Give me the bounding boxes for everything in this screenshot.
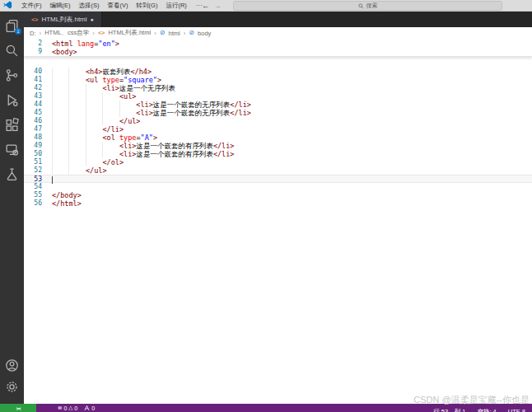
menu-edit[interactable]: 编辑(E) xyxy=(46,0,75,12)
html-file-icon: <> xyxy=(98,30,105,36)
chevron-right-icon: › xyxy=(184,30,186,37)
broadcast-indicator[interactable]: 0 xyxy=(84,405,95,411)
vscode-logo-icon xyxy=(3,1,12,10)
tab-label: HTML列表.html xyxy=(41,15,86,24)
settings-gear-icon[interactable] xyxy=(5,380,19,394)
line-number: 41 xyxy=(24,76,42,84)
explorer-icon[interactable]: 1 xyxy=(5,19,19,33)
line-number: 54 xyxy=(24,183,42,191)
breadcrumb-symbol-body[interactable]: body xyxy=(198,30,211,37)
breadcrumb: D: › HTML、css自学 › <> HTML列表.html › ⊘ htm… xyxy=(24,27,532,39)
code-line[interactable]: 53 xyxy=(24,175,532,183)
sticky-lines: 2<html lang="en">9<body> xyxy=(24,39,532,57)
extensions-icon[interactable] xyxy=(5,118,19,132)
line-number: 51 xyxy=(24,158,42,166)
vscode-window: 文件(F) 编辑(E) 选择(S) 查看(V) 转到(G) 运行(R) ··· … xyxy=(0,0,532,412)
code-line[interactable]: 42 <li>这是一个无序列表 xyxy=(24,84,532,92)
indentation-setting[interactable]: 空格: 4 xyxy=(477,408,496,412)
line-number: 40 xyxy=(24,68,42,76)
code-line[interactable]: 46 </ul> xyxy=(24,117,532,125)
problems-indicator[interactable]: ⊗ 0 △ 0 xyxy=(58,405,77,411)
tab-strip: <> HTML列表.html ● xyxy=(24,12,532,27)
line-number: 53 xyxy=(24,176,42,182)
code-line[interactable]: 50 <li>这是一个嵌套的有序列表</li> xyxy=(24,150,532,158)
menu-goto[interactable]: 转到(G) xyxy=(133,0,162,12)
code-line[interactable]: 40 <h4>嵌套列表</h4> xyxy=(24,68,532,76)
code-line[interactable]: 41 <ul type="square"> xyxy=(24,76,532,84)
menu-select[interactable]: 选择(S) xyxy=(75,0,104,12)
chevron-right-icon: › xyxy=(92,30,95,37)
code-line[interactable]: 49 <li>这是一个嵌套的有序列表</li> xyxy=(24,142,532,150)
remote-explorer-icon[interactable] xyxy=(5,143,19,157)
breadcrumb-file[interactable]: HTML列表.html xyxy=(108,29,151,37)
title-bar: 文件(F) 编辑(E) 选择(S) 查看(V) 转到(G) 运行(R) ··· … xyxy=(0,0,532,12)
line-number: 44 xyxy=(24,101,42,109)
code-line[interactable]: 43 <ul> xyxy=(24,92,532,101)
line-number: 55 xyxy=(24,191,42,199)
search-placeholder: 搜索 xyxy=(366,2,378,10)
menu-run[interactable]: 运行(R) xyxy=(161,0,190,12)
line-number: 50 xyxy=(24,150,42,158)
modified-dot-icon[interactable]: ● xyxy=(91,16,94,22)
breadcrumb-symbol-html[interactable]: html xyxy=(169,30,180,37)
activity-bar: 1 xyxy=(0,12,24,404)
code-line[interactable]: 54 xyxy=(24,183,532,191)
search-sidebar-icon[interactable] xyxy=(5,44,19,58)
command-center-search[interactable]: 搜索 xyxy=(233,1,502,11)
line-number: 49 xyxy=(24,142,42,150)
line-number: 9 xyxy=(24,48,42,56)
line-number: 45 xyxy=(24,109,42,117)
code-line[interactable]: 52 </ul> xyxy=(24,166,532,175)
remote-indicator[interactable]: >< xyxy=(0,404,36,412)
cursor-position[interactable]: 行 53，列 1 xyxy=(433,408,465,412)
explorer-badge: 1 xyxy=(15,28,21,35)
code-line[interactable]: 55</body> xyxy=(24,191,532,199)
encoding-setting[interactable]: UTF-8 xyxy=(508,408,525,412)
code-line[interactable]: 2<html lang="en"> xyxy=(24,40,532,48)
code-line[interactable]: 9<body> xyxy=(24,48,532,56)
error-count: 0 xyxy=(63,405,67,411)
source-control-icon[interactable] xyxy=(5,68,19,82)
line-number: 42 xyxy=(24,84,42,92)
code-line[interactable]: 48 <ol type="A"> xyxy=(24,133,532,142)
custom-extension-icon[interactable] xyxy=(5,167,19,181)
chevron-right-icon: › xyxy=(40,30,42,37)
accounts-icon[interactable] xyxy=(5,358,19,372)
html-file-icon: <> xyxy=(31,16,38,23)
tab-html-list[interactable]: <> HTML列表.html ● xyxy=(24,12,102,27)
code-line[interactable]: 56</html> xyxy=(24,199,532,208)
line-number: 56 xyxy=(24,199,42,208)
breadcrumb-drive[interactable]: D: xyxy=(30,30,36,37)
error-icon: ⊗ xyxy=(58,405,62,411)
line-number: 52 xyxy=(24,166,42,175)
warning-icon: △ xyxy=(68,405,72,411)
search-icon xyxy=(358,3,364,9)
broadcast-tower-icon xyxy=(84,405,90,411)
symbol-icon: ⊘ xyxy=(160,30,166,36)
back-arrow-icon[interactable]: ← xyxy=(202,0,209,12)
broadcast-count: 0 xyxy=(91,405,95,411)
code-line[interactable]: 47 </li> xyxy=(24,125,532,133)
code-lines: 40 <h4>嵌套列表</h4>41 <ul type="square">42 … xyxy=(24,68,532,208)
remote-icon: >< xyxy=(16,405,20,411)
code-line[interactable]: 45 <li>这是一个嵌套的无序列表</li> xyxy=(24,109,532,117)
menu-view[interactable]: 查看(V) xyxy=(104,0,133,12)
chevron-right-icon: › xyxy=(154,30,156,37)
line-number: 48 xyxy=(24,133,42,142)
line-number: 43 xyxy=(24,92,42,101)
line-number: 47 xyxy=(24,125,42,133)
code-editor[interactable]: 2<html lang="en">9<body> 40 <h4>嵌套列表</h4… xyxy=(24,39,532,404)
run-debug-icon[interactable] xyxy=(5,93,19,107)
breadcrumb-folder[interactable]: HTML、css自学 xyxy=(44,29,89,37)
code-line[interactable]: 51 </ol> xyxy=(24,158,532,166)
forward-arrow-icon[interactable]: → xyxy=(214,0,222,12)
line-number: 2 xyxy=(24,40,42,48)
line-number: 46 xyxy=(24,117,42,125)
code-line[interactable]: 44 <li>这是一个嵌套的无序列表</li> xyxy=(24,101,532,109)
warning-count: 0 xyxy=(74,405,77,411)
symbol-icon: ⊘ xyxy=(189,30,194,36)
csdn-watermark: CSDN @温柔是宝藏--你也是 xyxy=(413,394,530,406)
menu-file[interactable]: 文件(F) xyxy=(17,0,46,12)
